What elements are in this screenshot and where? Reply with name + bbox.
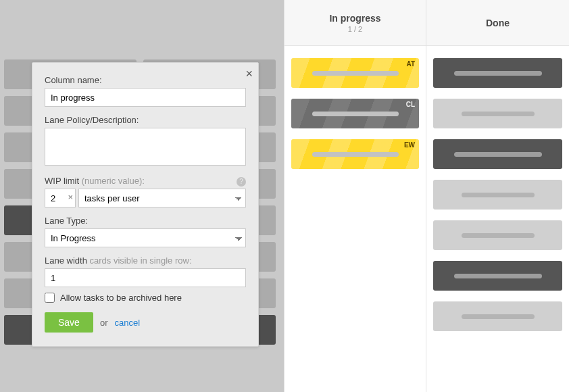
close-icon[interactable]: × — [245, 67, 253, 81]
allow-archive-label: Allow tasks to be archived here — [60, 293, 182, 303]
card[interactable] — [433, 58, 562, 88]
column-name-label: Column name: — [45, 75, 246, 85]
kanban-app: × Column name: Lane Policy/Description: … — [0, 0, 569, 392]
column-done: Done — [426, 0, 569, 392]
card-title-placeholder — [454, 152, 542, 157]
assignee-badge: CL — [406, 101, 415, 108]
assignee-badge: AT — [406, 60, 415, 68]
card-title-placeholder — [454, 71, 542, 76]
card-title-placeholder — [462, 314, 535, 319]
lane-width-label: Lane width cards visible in single row: — [45, 255, 246, 266]
card-title-placeholder — [312, 152, 399, 157]
card[interactable] — [433, 220, 562, 250]
wip-unit-select[interactable]: tasks per user — [78, 189, 246, 207]
assignee-badge: EW — [404, 141, 415, 149]
card-title-placeholder — [462, 112, 535, 116]
card[interactable]: EW — [291, 139, 419, 169]
card[interactable] — [433, 180, 562, 210]
card-title-placeholder — [312, 112, 399, 116]
wip-limit-label: WIP limit (numeric value): — [45, 176, 246, 186]
clear-icon[interactable]: × — [68, 192, 73, 202]
card-title-placeholder — [312, 71, 399, 76]
card[interactable]: CL — [291, 99, 419, 128]
column-header: In progress 1 / 2 — [284, 0, 426, 46]
column-in-progress: In progress 1 / 2 ATCLEW — [284, 0, 426, 392]
card[interactable] — [433, 261, 562, 291]
card[interactable] — [433, 99, 562, 128]
card[interactable]: AT — [291, 58, 419, 88]
card-title-placeholder — [454, 274, 542, 278]
column-title: Done — [486, 18, 510, 28]
lane-policy-textarea[interactable] — [45, 128, 246, 166]
column-title: In progress — [329, 13, 380, 24]
column-header: Done — [426, 0, 569, 46]
card[interactable] — [433, 139, 562, 169]
cancel-link[interactable]: cancel — [114, 318, 140, 328]
card-title-placeholder — [462, 193, 535, 197]
lane-policy-label: Lane Policy/Description: — [45, 115, 246, 125]
lane-type-label: Lane Type: — [45, 216, 246, 226]
column-body — [426, 46, 569, 343]
card-title-placeholder — [462, 233, 535, 238]
or-text: or — [100, 318, 108, 328]
column-name-input[interactable] — [45, 88, 246, 107]
column-body: ATCLEW — [284, 46, 426, 181]
column-wip-count: 1 / 2 — [348, 25, 362, 33]
help-icon[interactable]: ? — [237, 177, 246, 187]
save-button[interactable]: Save — [45, 312, 93, 333]
lane-type-select[interactable]: In Progress — [45, 228, 246, 247]
left-backdrop: × Column name: Lane Policy/Description: … — [0, 0, 284, 392]
lane-width-input[interactable] — [45, 268, 246, 287]
allow-archive-checkbox[interactable] — [45, 293, 55, 303]
lane-settings-dialog: × Column name: Lane Policy/Description: … — [32, 62, 259, 347]
card[interactable] — [433, 301, 562, 331]
